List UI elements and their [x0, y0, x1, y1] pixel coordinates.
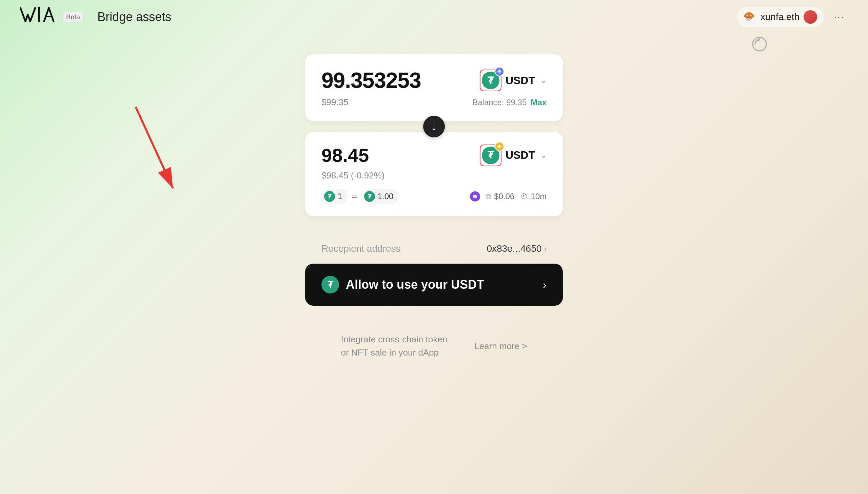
footer-text: Integrate cross-chain tokenor NFT sale i…: [341, 333, 448, 359]
cards-container: 99.353253 ₮ USDT ⌄: [305, 54, 563, 216]
to-token-name: USDT: [506, 149, 535, 162]
cta-label: Allow to use your USDT: [346, 278, 484, 292]
rate-from-token: ₮ 1: [321, 189, 348, 204]
more-dots-icon: ···: [834, 11, 844, 23]
logo-text: [20, 6, 61, 28]
rate-right: ⧉ $0.06 ⏱ 10m: [470, 191, 547, 202]
rate-to-icon: ₮: [364, 191, 375, 202]
to-card-top-row: 98.45 ₮ USDT ⌄: [321, 144, 547, 166]
from-chain-badge: [495, 67, 504, 76]
recipient-address-text: 0x83e...4650: [487, 243, 541, 254]
cta-section: ₮ Allow to use your USDT ›: [305, 264, 563, 306]
to-token-chevron-icon: ⌄: [540, 151, 547, 160]
svg-marker-15: [497, 145, 501, 149]
rate-from-amount: 1: [338, 192, 342, 201]
time-info: ⏱ 10m: [520, 192, 547, 201]
to-token-selector[interactable]: ₮ USDT ⌄: [480, 145, 547, 166]
header-left: Beta Bridge assets: [20, 6, 171, 28]
clock-icon: ⏱: [520, 192, 528, 201]
balance-text: Balance: 99.35: [472, 98, 527, 107]
header-right: xunfa.eth ···: [737, 7, 848, 27]
recipient-section: Recepient address 0x83e...4650 ›: [305, 236, 563, 261]
svg-marker-16: [473, 194, 477, 198]
copy-icon: ⧉: [486, 192, 491, 201]
rate-to-amount: 1.00: [378, 192, 394, 201]
time-value: 10m: [531, 192, 547, 201]
from-token-name: USDT: [506, 74, 535, 87]
recipient-chevron-icon: ›: [544, 245, 547, 253]
rate-to-token: ₮ 1.00: [361, 189, 399, 204]
to-token-icon-wrapper: ₮: [480, 145, 501, 166]
rate-left: ₮ 1 = ₮ 1.00: [321, 189, 399, 204]
cta-token-icon: ₮: [321, 276, 339, 293]
bnb-icon: [497, 144, 502, 149]
svg-point-10: [747, 16, 747, 16]
rate-equals: =: [352, 191, 357, 202]
rate-from-icon: ₮: [324, 191, 335, 202]
balance-row: Balance: 99.35 Max: [472, 98, 547, 107]
to-amount: 98.45: [321, 144, 369, 166]
refresh-icon: [751, 36, 768, 53]
footer-section: Integrate cross-chain tokenor NFT sale i…: [305, 333, 563, 359]
logo: Beta: [20, 6, 84, 28]
to-card-usd-row: $98.45 (-0.92%): [321, 170, 547, 181]
metamask-icon: [742, 10, 756, 24]
from-card: 99.353253 ₮ USDT ⌄: [305, 54, 563, 121]
to-usd-value: $98.45 (-0.92%): [321, 170, 384, 180]
page-title: Bridge assets: [97, 10, 171, 24]
user-avatar: [804, 10, 817, 24]
eth-icon: [497, 69, 502, 74]
from-card-bottom-row: $99.35 Balance: 99.35 Max: [321, 97, 547, 108]
username: xunfa.eth: [761, 12, 800, 22]
learn-more-link[interactable]: Learn more >: [474, 341, 527, 352]
from-usd-value: $99.35: [321, 97, 349, 108]
refresh-button[interactable]: [749, 34, 770, 54]
from-token-chevron-icon: ⌄: [540, 76, 547, 85]
polygon-symbol: [472, 194, 478, 199]
swap-divider: ↓: [305, 121, 563, 132]
swap-direction-button[interactable]: ↓: [423, 116, 445, 137]
user-info[interactable]: xunfa.eth: [737, 7, 824, 27]
more-button[interactable]: ···: [831, 8, 848, 25]
swap-arrow-icon: ↓: [432, 121, 437, 132]
beta-badge: Beta: [62, 12, 84, 22]
header: Beta Bridge assets xunfa.eth ·: [0, 0, 868, 34]
fee-value: $0.06: [494, 192, 514, 201]
to-chain-badge: [495, 142, 504, 151]
max-button[interactable]: Max: [531, 98, 547, 107]
svg-point-11: [750, 16, 751, 16]
to-card: 98.45 ₮ USDT ⌄ $98.4: [305, 132, 563, 216]
from-token-icon-wrapper: ₮: [480, 70, 501, 91]
cta-arrow-icon: ›: [543, 279, 547, 291]
recipient-address[interactable]: 0x83e...4650 ›: [487, 243, 547, 254]
rate-row: ₮ 1 = ₮ 1.00: [321, 189, 547, 204]
cta-button-left: ₮ Allow to use your USDT: [321, 276, 484, 293]
allow-button[interactable]: ₮ Allow to use your USDT ›: [305, 264, 563, 306]
from-token-selector[interactable]: ₮ USDT ⌄: [480, 70, 547, 91]
from-amount: 99.353253: [321, 68, 421, 93]
from-card-top-row: 99.353253 ₮ USDT ⌄: [321, 68, 547, 93]
main-content: 99.353253 ₮ USDT ⌄: [0, 34, 868, 359]
recipient-label: Recepient address: [321, 243, 400, 254]
fee-info: ⧉ $0.06: [486, 192, 514, 201]
polygon-icon: [470, 191, 480, 202]
